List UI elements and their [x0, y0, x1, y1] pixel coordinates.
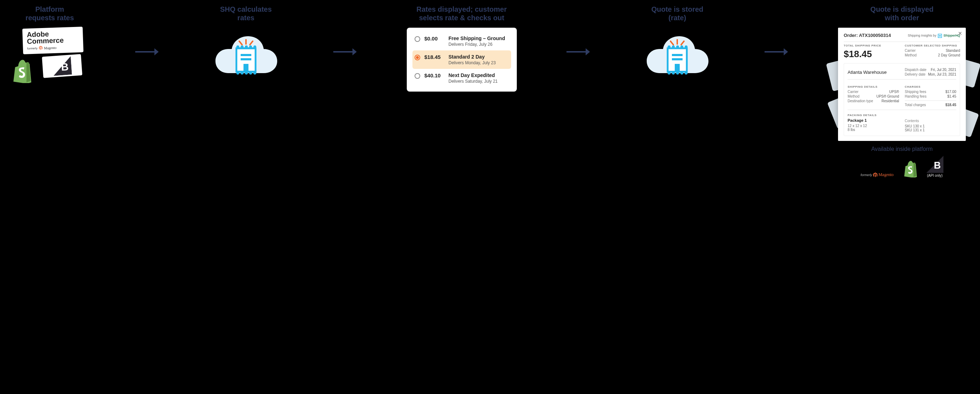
svg-rect-14	[243, 64, 248, 71]
svg-rect-31	[939, 36, 941, 36]
order-id: Order: ATX100050314	[844, 33, 891, 38]
rate-option[interactable]: $0.00 Free Shipping – GroundDelivers Fri…	[412, 32, 511, 51]
step-title: Quote is displayed with order	[870, 5, 934, 22]
svg-rect-30	[939, 35, 941, 35]
svg-point-24	[681, 72, 683, 75]
total-shipping-label: TOTAL SHIPPING PRICE	[844, 44, 899, 47]
svg-point-7	[236, 72, 239, 75]
svg-rect-29	[938, 34, 942, 38]
step-rates-displayed: Rates displayed; customer selects rate &…	[407, 5, 517, 92]
magento-text: Magento	[44, 45, 56, 50]
arrow-icon	[332, 48, 358, 56]
bigcommerce-icon: B	[52, 56, 72, 76]
bigcommerce-icon: B	[926, 156, 943, 173]
svg-text:B: B	[934, 160, 941, 171]
shopify-card	[11, 58, 37, 84]
step-shq-calculates: SHQ calculates rates	[209, 5, 283, 84]
radio-icon[interactable]	[415, 36, 420, 42]
rate-date: Delivers Monday, July 23	[449, 60, 496, 65]
rate-name: Free Shipping – Ground	[449, 35, 505, 41]
cloud-stamp-illustration	[640, 28, 714, 84]
svg-rect-27	[672, 58, 682, 60]
adobe-commerce-card: AdobeCommerce formerly Magento	[22, 27, 83, 54]
rate-price: $18.45	[425, 54, 444, 60]
svg-rect-13	[241, 58, 251, 60]
svg-point-8	[241, 72, 243, 75]
step-title: Rates displayed; customer selects rate &…	[416, 5, 507, 22]
step-title: Platform requests rates	[25, 5, 74, 22]
order-detail-card: ✕ Order: ATX100050314 Shipping Insights …	[838, 28, 966, 141]
shopify-logo	[902, 160, 918, 178]
svg-point-20	[685, 45, 687, 48]
svg-rect-28	[675, 64, 680, 71]
warehouse-section: Atlanta Warehouse Dispatch dateFri, Jul …	[844, 63, 960, 136]
svg-point-16	[668, 45, 670, 48]
rate-option-selected[interactable]: $18.45 Standard 2 DayDelivers Monday, Ju…	[412, 51, 511, 69]
shopify-icon	[11, 58, 33, 83]
adobe-line2: Commerce	[27, 36, 64, 45]
bigcommerce-logo: B (API only)	[926, 156, 943, 178]
flow-diagram: Platform requests rates AdobeCommerce fo…	[14, 5, 966, 178]
total-shipping-price: $18.45	[844, 49, 899, 60]
package-name: Package 1	[848, 118, 899, 122]
svg-point-18	[676, 45, 679, 48]
radio-icon[interactable]	[415, 55, 420, 60]
step-quote-stored: Quote is stored (rate)	[640, 5, 714, 84]
platform-logos-row: formerly Magento B (API only)	[861, 156, 943, 178]
magento-icon	[39, 46, 42, 50]
svg-point-6	[253, 45, 256, 48]
svg-point-19	[681, 45, 683, 48]
rates-card: $0.00 Free Shipping – GroundDelivers Fri…	[407, 28, 517, 92]
radio-icon[interactable]	[415, 73, 420, 79]
shipperhq-icon	[938, 33, 942, 38]
shipping-insights-brand: Shipping Insights by ShipperHQ	[908, 33, 960, 38]
svg-point-9	[245, 72, 248, 75]
arrow-icon	[764, 48, 789, 56]
rate-price: $40.10	[425, 72, 444, 78]
svg-text:B: B	[61, 61, 69, 73]
close-icon[interactable]: ✕	[958, 30, 962, 36]
arrow-icon	[566, 48, 591, 56]
arrow-icon	[135, 48, 159, 56]
formerly-text: formerly	[27, 46, 38, 50]
rate-name: Next Day Expedited	[449, 72, 498, 78]
available-inside-platform: Available inside platform	[871, 146, 932, 152]
step-title: SHQ calculates rates	[220, 5, 272, 22]
bigcommerce-card: B	[42, 54, 82, 78]
svg-point-22	[672, 72, 675, 75]
step-platform-requests: Platform requests rates AdobeCommerce fo…	[14, 5, 85, 84]
svg-point-23	[676, 72, 679, 75]
svg-point-2	[236, 45, 239, 48]
rate-price: $0.00	[425, 35, 444, 41]
api-only-note: (API only)	[926, 173, 943, 178]
svg-rect-12	[241, 54, 251, 56]
svg-point-4	[245, 45, 248, 48]
rate-date: Delivers Saturday, July 21	[449, 79, 498, 84]
svg-rect-26	[672, 54, 682, 56]
svg-point-3	[241, 45, 243, 48]
magento-logo: formerly Magento	[861, 172, 893, 178]
magento-icon	[873, 173, 877, 178]
svg-point-10	[249, 72, 252, 75]
svg-point-17	[672, 45, 675, 48]
platforms-illustration: AdobeCommerce formerly Magento B	[14, 28, 85, 84]
rate-name: Standard 2 Day	[449, 54, 496, 60]
svg-point-5	[249, 45, 252, 48]
svg-point-11	[253, 72, 256, 75]
warehouse-name: Atlanta Warehouse	[848, 70, 899, 75]
rate-option[interactable]: $40.10 Next Day ExpeditedDelivers Saturd…	[412, 69, 511, 87]
svg-point-25	[685, 72, 687, 75]
shopify-icon	[902, 160, 918, 178]
selected-shipping-label: CUSTOMER SELECTED SHIPPING	[905, 44, 960, 47]
cloud-stamp-illustration	[209, 28, 283, 84]
step-quote-displayed: Quote is displayed with order ✕ Order: A…	[838, 5, 966, 178]
svg-point-21	[668, 72, 670, 75]
rate-date: Delivers Friday, July 26	[449, 42, 505, 47]
step-title: Quote is stored (rate)	[651, 5, 703, 22]
